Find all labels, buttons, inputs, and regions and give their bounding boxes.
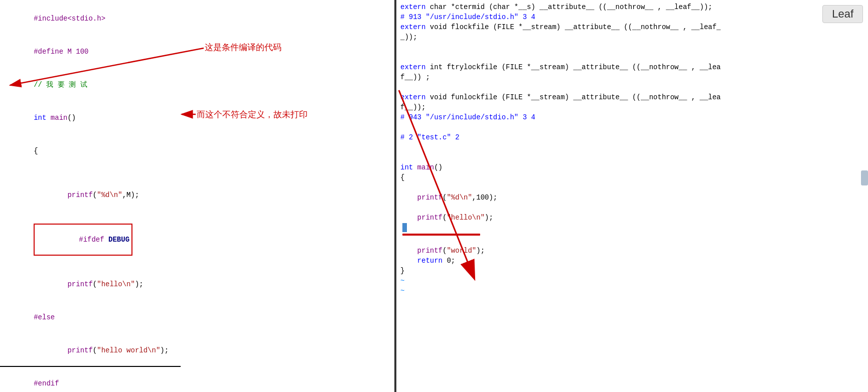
r-line-2: # 913 "/usr/include/stdio.h" 3 4	[400, 12, 864, 22]
r-blank-2	[400, 52, 864, 62]
code-line-11: printf("hello world\n");	[0, 334, 390, 367]
left-code-panel: #include<stdio.h> #define M 100 // 我 要 测…	[0, 0, 396, 392]
r-blank-3	[400, 82, 864, 92]
r-line-22: printf("hello\n");	[400, 213, 864, 223]
r-blank-8	[400, 203, 864, 213]
code-line-10: #else	[0, 301, 390, 334]
r-blank-6	[400, 152, 864, 162]
r-tilde-2: ~	[400, 286, 864, 296]
r-line-10: extern void funlockfile (FILE *__stream)…	[400, 92, 864, 102]
r-blank-5	[400, 142, 864, 152]
r-line-1: extern char *ctermid (char *__s) __attri…	[400, 2, 864, 12]
left-code-area: #include<stdio.h> #define M 100 // 我 要 测…	[0, 0, 394, 392]
line-1-content: #include<stdio.h>	[0, 2, 390, 35]
r-blank-7	[400, 182, 864, 192]
code-line-4: int main()	[0, 101, 390, 134]
line-2-content: #define M 100	[0, 35, 390, 68]
r-line-7: extern int ftrylockfile (FILE *__stream)…	[400, 62, 864, 72]
right-code-area: extern char *ctermid (char *__s) __attri…	[396, 0, 868, 298]
r-blank-10	[400, 236, 864, 246]
right-code-panel: extern char *ctermid (char *__s) __attri…	[396, 0, 868, 392]
code-line-8: #ifdef DEBUG	[0, 213, 390, 267]
r-line-12: # 943 "/usr/include/stdio.h" 3 4	[400, 112, 864, 122]
r-line-18: {	[400, 172, 864, 182]
right-scrollbar[interactable]	[861, 170, 868, 185]
r-line-17: int main()	[400, 162, 864, 172]
ifdef-highlight-box: #ifdef DEBUG	[34, 224, 132, 256]
r-blank-1	[400, 42, 864, 52]
line-4-content: int main()	[0, 101, 390, 134]
r-line-20: printf("%d\n",100);	[400, 192, 864, 203]
r-line-4: _));	[400, 32, 864, 42]
r-blank-4	[400, 122, 864, 132]
code-line-5: {	[0, 134, 390, 167]
r-line-11: f__));	[400, 102, 864, 112]
code-line-9: printf("hello\n");	[0, 268, 390, 301]
r-line-27: }	[400, 266, 864, 276]
code-line-7: printf("%d\n",M);	[0, 178, 390, 212]
r-blank-9	[400, 223, 864, 233]
r-line-14: # 2 "test.c" 2	[400, 132, 864, 142]
r-tilde-1: ~	[400, 276, 864, 286]
r-line-3: extern void flockfile (FILE *__stream) _…	[400, 22, 864, 32]
leaf-badge: Leaf	[822, 5, 863, 23]
code-line-3: // 我 要 测 试	[0, 68, 390, 101]
code-line-2: #define M 100	[0, 35, 390, 68]
line-3-content: // 我 要 测 试	[0, 68, 390, 101]
r-line-25: printf("world");	[400, 246, 864, 256]
code-line-blank1	[0, 167, 390, 178]
code-line-1: #include<stdio.h>	[0, 2, 390, 35]
code-line-12: #endif	[0, 367, 390, 392]
r-line-8: f__)) ;	[400, 72, 864, 82]
cursor-indicator	[402, 223, 407, 232]
r-line-26: return 0;	[400, 256, 864, 266]
